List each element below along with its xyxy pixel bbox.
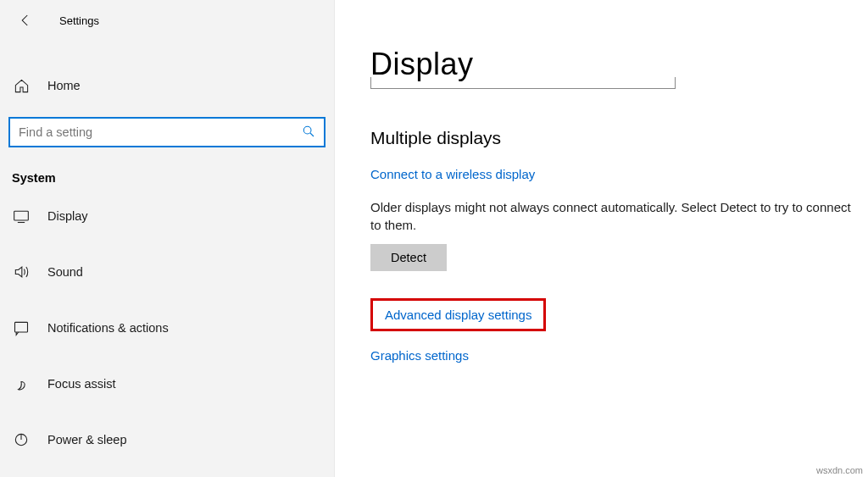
svg-point-0 bbox=[303, 126, 311, 134]
header: Settings bbox=[0, 0, 334, 49]
sidebar: Settings Home System Display Sound bbox=[0, 0, 335, 477]
search-box[interactable] bbox=[8, 117, 326, 147]
focus-assist-icon bbox=[12, 374, 31, 393]
sidebar-item-label: Sound bbox=[47, 265, 83, 279]
wireless-display-link[interactable]: Connect to a wireless display bbox=[370, 167, 535, 181]
svg-rect-4 bbox=[15, 322, 28, 332]
graphics-settings-link[interactable]: Graphics settings bbox=[370, 348, 469, 363]
svg-line-1 bbox=[310, 133, 314, 136]
detect-button[interactable]: Detect bbox=[370, 244, 447, 271]
notifications-icon bbox=[12, 319, 31, 337]
sidebar-item-notifications[interactable]: Notifications & actions bbox=[0, 308, 334, 347]
sidebar-item-power-sleep[interactable]: Power & sleep bbox=[0, 420, 334, 459]
sidebar-item-label: Focus assist bbox=[47, 377, 116, 391]
section-heading: Multiple displays bbox=[370, 128, 858, 148]
sidebar-item-label: Power & sleep bbox=[47, 433, 127, 446]
advanced-display-link[interactable]: Advanced display settings bbox=[385, 308, 531, 322]
search-icon bbox=[302, 125, 317, 140]
app-title: Settings bbox=[59, 14, 99, 27]
watermark: wsxdn.com bbox=[816, 465, 863, 475]
sidebar-item-focus-assist[interactable]: Focus assist bbox=[0, 364, 334, 403]
main-content: Display Multiple displays Connect to a w… bbox=[335, 0, 868, 477]
search-input[interactable] bbox=[19, 125, 302, 139]
older-displays-text: Older displays might not always connect … bbox=[370, 198, 858, 234]
sidebar-item-label: Display bbox=[47, 209, 88, 223]
highlight-box: Advanced display settings bbox=[370, 298, 546, 331]
back-button[interactable] bbox=[12, 7, 39, 34]
sidebar-item-label: Notifications & actions bbox=[47, 321, 169, 335]
svg-rect-2 bbox=[14, 211, 29, 220]
home-icon bbox=[12, 76, 31, 95]
sound-icon bbox=[12, 263, 31, 281]
sidebar-section-title: System bbox=[0, 166, 334, 197]
display-icon bbox=[12, 207, 31, 225]
home-label: Home bbox=[47, 79, 81, 92]
power-icon bbox=[12, 430, 31, 449]
sidebar-item-home[interactable]: Home bbox=[0, 68, 334, 103]
arrow-left-icon bbox=[18, 13, 33, 28]
sidebar-item-display[interactable]: Display bbox=[0, 197, 334, 236]
sidebar-item-sound[interactable]: Sound bbox=[0, 252, 334, 291]
